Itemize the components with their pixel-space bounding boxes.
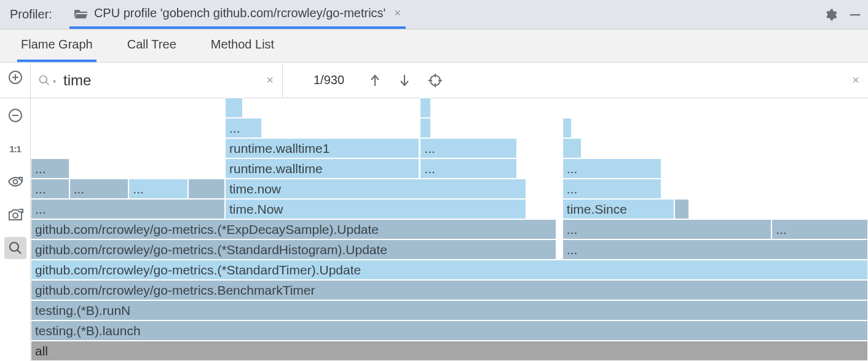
next-match-icon[interactable] xyxy=(398,74,411,87)
flame-row xyxy=(31,98,868,118)
flame-row: .........time.now... xyxy=(31,179,868,199)
profile-tab-active[interactable]: CPU profile 'gobench github.com/rcrowley… xyxy=(69,0,406,29)
tab-label: Call Tree xyxy=(127,37,176,52)
flame-block[interactable]: testing.(*B).launch xyxy=(31,320,868,341)
find-button[interactable] xyxy=(4,237,26,259)
flame-block[interactable]: ... xyxy=(562,179,661,199)
flame-block[interactable]: ... xyxy=(562,239,868,260)
flame-block[interactable] xyxy=(562,138,582,158)
match-count: 1/930 xyxy=(314,73,344,87)
svg-point-4 xyxy=(40,76,47,83)
folder-icon xyxy=(74,8,88,19)
svg-point-16 xyxy=(13,213,18,218)
search-input[interactable] xyxy=(63,72,266,89)
flame-block[interactable]: ... xyxy=(225,118,262,138)
flame-block[interactable]: github.com/rcrowley/go-metrics.(*Standar… xyxy=(31,260,868,280)
tab-label: Flame Graph xyxy=(21,37,93,52)
tab-method-list[interactable]: Method List xyxy=(207,29,278,62)
svg-rect-0 xyxy=(850,14,861,15)
flame-block[interactable]: ... xyxy=(771,219,868,239)
flame-row: testing.(*B).runN xyxy=(31,300,868,320)
flame-block[interactable]: ... xyxy=(420,158,517,179)
view-tabstrip: Flame Graph Call Tree Method List xyxy=(0,29,868,63)
minimize-icon[interactable] xyxy=(848,8,862,21)
flame-row: ...runtime.walltime...... xyxy=(31,158,868,179)
flame-block[interactable] xyxy=(225,98,243,118)
flame-block[interactable]: ... xyxy=(69,179,129,199)
flame-block[interactable]: all xyxy=(31,341,868,361)
flame-block[interactable]: github.com/rcrowley/go-metrics.(*Standar… xyxy=(31,239,556,260)
flame-block[interactable]: github.com/rcrowley/go-metrics.(*ExpDeca… xyxy=(31,219,556,239)
toolbar-row: ▾ × 1/930 × xyxy=(0,63,868,98)
target-icon[interactable] xyxy=(428,73,443,88)
tab-label: Method List xyxy=(211,37,274,52)
flame-block[interactable] xyxy=(420,98,431,118)
search-box[interactable]: ▾ × xyxy=(31,63,283,98)
clear-search-icon[interactable]: × xyxy=(266,73,274,87)
search-nav: 1/930 × xyxy=(283,63,868,98)
flame-row: github.com/rcrowley/go-metrics.Benchmark… xyxy=(31,280,868,300)
flame-row: github.com/rcrowley/go-metrics.(*Standar… xyxy=(31,260,868,280)
flame-block[interactable]: time.Now xyxy=(225,199,526,219)
flame-block[interactable]: runtime.walltime1 xyxy=(225,138,419,158)
svg-point-15 xyxy=(13,180,17,184)
flame-block[interactable]: time.now xyxy=(225,179,526,199)
gear-icon[interactable] xyxy=(824,8,837,21)
flame-block[interactable] xyxy=(674,199,688,219)
screenshot-button[interactable] xyxy=(4,204,26,226)
flame-block[interactable]: ... xyxy=(562,158,661,179)
profiler-header: Profiler: CPU profile 'gobench github.co… xyxy=(0,0,868,29)
flame-block[interactable] xyxy=(562,118,572,138)
tab-call-tree[interactable]: Call Tree xyxy=(124,29,180,62)
tab-flame-graph[interactable]: Flame Graph xyxy=(17,29,97,62)
zoom-out-button[interactable] xyxy=(4,104,26,126)
flame-block[interactable] xyxy=(420,118,431,138)
prev-match-icon[interactable] xyxy=(369,74,381,87)
profile-title: CPU profile 'gobench github.com/rcrowley… xyxy=(94,6,386,20)
svg-line-5 xyxy=(46,82,49,85)
left-rail: 1:1 xyxy=(0,98,31,361)
flame-block[interactable]: ... xyxy=(31,158,69,179)
close-tab-icon[interactable]: × xyxy=(394,7,401,20)
zoom-in-button[interactable] xyxy=(4,66,26,88)
flame-row: runtime.walltime1... xyxy=(31,138,868,158)
left-rail-top xyxy=(0,63,31,98)
flame-row: github.com/rcrowley/go-metrics.(*Standar… xyxy=(31,239,868,260)
svg-line-18 xyxy=(17,250,21,254)
flame-block[interactable]: ... xyxy=(128,179,188,199)
visibility-button[interactable] xyxy=(4,171,26,193)
svg-point-17 xyxy=(10,243,18,251)
main-area: 1:1 ...runtime.walltime1......runtime.wa… xyxy=(0,98,868,361)
flame-block[interactable]: ... xyxy=(31,179,69,199)
flame-row: all xyxy=(31,341,868,361)
flame-block[interactable]: ... xyxy=(31,199,225,219)
flame-graph[interactable]: ...runtime.walltime1......runtime.wallti… xyxy=(31,98,868,361)
flame-row: ... xyxy=(31,118,868,138)
profiler-label: Profiler: xyxy=(10,7,52,21)
close-search-icon[interactable]: × xyxy=(852,73,859,87)
flame-row: testing.(*B).launch xyxy=(31,320,868,341)
flame-block[interactable] xyxy=(188,179,225,199)
search-options-caret[interactable]: ▾ xyxy=(53,78,56,85)
flame-block[interactable]: github.com/rcrowley/go-metrics.Benchmark… xyxy=(31,280,868,300)
flame-block[interactable]: runtime.walltime xyxy=(225,158,419,179)
flame-row: ...time.Nowtime.Since xyxy=(31,199,868,219)
reset-zoom-button[interactable]: 1:1 xyxy=(4,138,26,160)
flame-block[interactable]: ... xyxy=(420,138,517,158)
search-icon xyxy=(38,74,50,87)
flame-block[interactable]: ... xyxy=(562,219,772,239)
flame-block[interactable]: testing.(*B).runN xyxy=(31,300,868,320)
flame-block[interactable]: time.Since xyxy=(562,199,675,219)
flame-row: github.com/rcrowley/go-metrics.(*ExpDeca… xyxy=(31,219,868,239)
